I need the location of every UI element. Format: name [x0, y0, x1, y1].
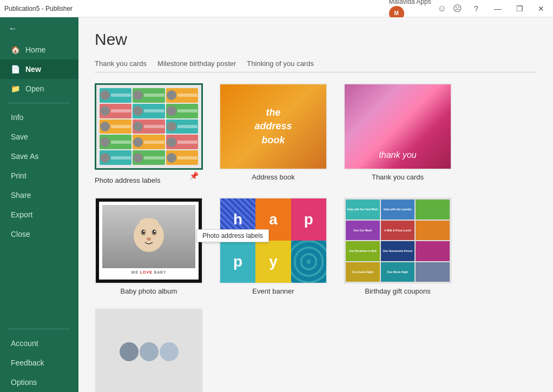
pin-icon[interactable]: 📌 [189, 171, 199, 180]
main-layout: ← 🏠 Home 📄 New 📁 Open Info Save Save As … [0, 17, 553, 392]
template-label-thankyou: Thank you cards [372, 173, 424, 181]
sidebar-bottom: Account Feedback Options [0, 324, 78, 392]
sidebar-label-new: New [25, 65, 41, 74]
template-label-photo-labels: Photo address labels [95, 176, 203, 184]
sidebar-label-home: Home [25, 45, 45, 54]
coupon-1: Help with the Yard Work [346, 200, 380, 220]
sidebar-item-save[interactable]: Save [0, 127, 78, 147]
thankyou-floral-preview: thank you [345, 84, 451, 169]
app-title: Publication5 - Publisher [4, 5, 73, 12]
template-label-baby: Baby photo album [121, 287, 177, 295]
svg-point-6 [154, 230, 156, 232]
sidebar-label-account: Account [11, 339, 38, 348]
sidebar-item-info[interactable]: Info [0, 108, 78, 127]
title-bar: Publication5 - Publisher Malavida Apps M… [0, 0, 553, 17]
tooltip-photo-labels: Photo address labels [196, 229, 269, 242]
sidebar-item-print[interactable]: Print [0, 166, 78, 185]
sidebar-label-close: Close [11, 230, 30, 238]
back-icon: ← [9, 24, 17, 34]
template-address-book[interactable]: theaddressbook Address book [219, 83, 327, 184]
template-photo-address-labels[interactable]: Photo address labels 📌 [95, 83, 203, 184]
template-thumb-strip [95, 308, 203, 392]
help-button[interactable]: ? [469, 1, 484, 16]
template-label-address-book: Address book [252, 173, 295, 181]
coupon-10: One Game Night [346, 262, 380, 282]
home-icon: 🏠 [11, 45, 20, 54]
coupon-4: One Car Wash [346, 221, 380, 241]
sidebar-item-close[interactable]: Close [0, 224, 78, 244]
svg-point-8 [139, 218, 159, 229]
sidebar-label-info: Info [11, 113, 23, 122]
template-thumb-photo-labels [95, 83, 203, 170]
malavida-label: Malavida Apps [389, 0, 431, 5]
title-bar-left: Publication5 - Publisher [4, 5, 73, 12]
sidebar-label-save-as: Save As [11, 152, 38, 161]
banner-y: y [255, 241, 291, 283]
template-gift-coupons[interactable]: Help with the Yard Work Help with the La… [344, 197, 452, 295]
coupon-9 [416, 241, 450, 261]
gift-coupons-preview: Help with the Yard Work Help with the La… [345, 198, 451, 283]
template-thumb-thankyou: thank you [344, 83, 452, 170]
template-label-coupons: Birthday gift coupons [365, 287, 430, 295]
new-icon: 📄 [11, 65, 20, 74]
category-thinking[interactable]: Thinking of you cards [247, 59, 314, 70]
smile-icon[interactable]: ☺ [438, 4, 446, 14]
sidebar-divider-1 [9, 103, 70, 103]
sidebar-item-feedback[interactable]: Feedback [0, 353, 78, 373]
coupon-12 [416, 262, 450, 282]
coupon-8: One Homemade Dinner [381, 241, 415, 261]
address-book-preview: theaddressbook [220, 84, 326, 169]
close-button[interactable]: ✕ [534, 1, 549, 16]
photo-circle-3 [160, 342, 179, 361]
coupon-2: Help with the Laundry [381, 200, 415, 220]
sidebar-item-share[interactable]: Share [0, 185, 78, 205]
sidebar-item-export[interactable]: Export [0, 205, 78, 224]
photo-labels-preview [96, 85, 201, 168]
category-bar: Thank you cards Milestone birthday poste… [95, 59, 537, 72]
coupon-6 [416, 221, 450, 241]
sidebar-item-home[interactable]: 🏠 Home [0, 40, 78, 59]
sidebar-item-options[interactable]: Options [0, 373, 78, 392]
sidebar-label-share: Share [11, 191, 31, 200]
sidebar-item-new[interactable]: 📄 New [0, 59, 78, 79]
banner-p2: p [220, 241, 255, 283]
sidebar-label-options: Options [11, 378, 37, 387]
banner-empty [291, 241, 326, 283]
sidebar: ← 🏠 Home 📄 New 📁 Open Info Save Save As … [0, 17, 78, 392]
back-button[interactable]: ← [0, 17, 78, 40]
frown-icon[interactable]: ☹ [453, 3, 462, 14]
photo-circle-1 [120, 342, 139, 361]
template-event-banner[interactable]: h a p p y Event banner [219, 197, 327, 295]
page-title: New [95, 30, 537, 49]
coupon-5: A Milk & Pizza Lunch [381, 221, 415, 241]
sidebar-label-open: Open [25, 84, 44, 93]
category-birthday[interactable]: Milestone birthday poster [157, 59, 236, 70]
baby-face-svg [130, 215, 168, 258]
coupon-3 [416, 200, 450, 220]
sidebar-label-print: Print [11, 171, 27, 180]
svg-point-7 [147, 237, 151, 241]
template-thankyou-floral[interactable]: thank you Thank you cards [344, 83, 452, 184]
photo-circle-2 [140, 342, 159, 361]
template-photo-strip[interactable] [95, 308, 203, 392]
photo-strip-circles [120, 342, 179, 361]
maximize-button[interactable]: ❐ [512, 1, 527, 16]
banner-p1: p [291, 198, 326, 241]
open-icon: 📁 [11, 84, 20, 93]
sidebar-item-save-as[interactable]: Save As [0, 147, 78, 166]
content-area: New Thank you cards Milestone birthday p… [78, 17, 553, 392]
template-baby-album[interactable]: WE LOVE BABY Baby photo album [95, 197, 203, 295]
sidebar-divider-2 [9, 329, 70, 329]
coupon-11: One Movie Night [381, 262, 415, 282]
sidebar-item-open[interactable]: 📁 Open [0, 79, 78, 98]
minimize-button[interactable]: — [490, 1, 505, 16]
svg-point-5 [143, 230, 145, 232]
photo-strip-preview [96, 308, 202, 392]
template-thumb-coupons: Help with the Yard Work Help with the La… [344, 197, 452, 284]
sidebar-item-account[interactable]: Account [0, 334, 78, 353]
template-label-event: Event banner [252, 287, 294, 295]
coupon-7: One Breakfast in Bed [346, 241, 380, 261]
templates-grid: Photo address labels 📌 Photo address lab… [95, 83, 537, 392]
category-thankyou[interactable]: Thank you cards [95, 59, 147, 70]
sidebar-label-export: Export [11, 210, 32, 219]
